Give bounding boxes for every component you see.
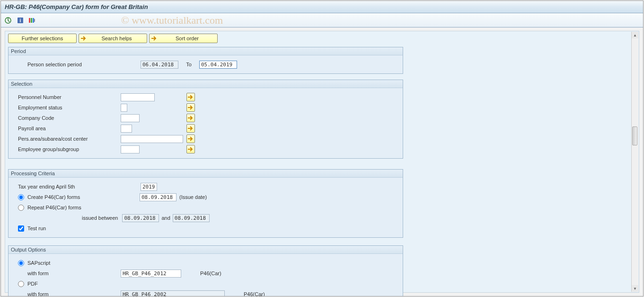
scroll-down-icon[interactable]: ▼ — [632, 285, 638, 292]
pdf-label: PDF — [27, 281, 38, 287]
variant-icon[interactable] — [28, 16, 37, 25]
button-label: Search helps — [90, 36, 143, 41]
employment-status-label: Employment status — [13, 105, 120, 110]
multi-select-button[interactable] — [186, 103, 195, 112]
multi-select-button[interactable] — [186, 135, 195, 143]
multi-select-button[interactable] — [186, 93, 195, 101]
form2-suffix: P46(Car) — [244, 291, 265, 296]
and-label: and — [161, 215, 170, 221]
employment-status-input[interactable] — [121, 104, 127, 112]
execute-icon[interactable] — [4, 16, 12, 25]
create-date-input[interactable] — [140, 193, 176, 201]
svg-rect-4 — [31, 18, 32, 23]
svg-text:i: i — [20, 18, 21, 23]
info-icon[interactable]: i — [16, 16, 25, 25]
svg-rect-3 — [29, 18, 30, 23]
sapscript-form-input[interactable] — [121, 270, 181, 278]
group-title: Selection — [9, 80, 403, 88]
group-title: Period — [9, 47, 403, 55]
sapscript-radio[interactable] — [18, 260, 24, 266]
payroll-area-input[interactable] — [121, 125, 132, 133]
form1-suffix: P46(Car) — [200, 270, 221, 276]
action-button-row: Further selections Search helps Sort ord… — [5, 31, 639, 47]
group-title: Processing Criteria — [9, 170, 403, 178]
scroll-handle[interactable] — [632, 126, 637, 145]
company-code-label: Company Code — [13, 115, 120, 121]
group-title: Output Options — [9, 246, 403, 254]
scroll-up-icon[interactable]: ▲ — [632, 32, 638, 38]
multi-select-button[interactable] — [186, 145, 195, 153]
company-code-input[interactable] — [121, 114, 140, 122]
personnel-number-input[interactable] — [121, 93, 155, 101]
vertical-scrollbar[interactable]: ▲ ▼ — [631, 32, 638, 292]
period-from-input[interactable] — [141, 61, 178, 69]
payroll-area-label: Payroll area — [13, 126, 120, 131]
repeat-label: Repeat P46(Car) forms — [27, 205, 81, 210]
create-label: Create P46(Car) forms — [27, 194, 125, 200]
tax-year-input[interactable] — [141, 183, 157, 191]
repeat-radio[interactable] — [18, 205, 24, 211]
issue-date-label: (Issue date) — [179, 194, 207, 200]
issued-between-label: issued between — [82, 215, 118, 221]
processing-group: Processing Criteria Tax year ending Apri… — [8, 169, 403, 238]
arrow-right-icon — [151, 35, 158, 42]
search-helps-button[interactable]: Search helps — [79, 34, 147, 43]
create-radio[interactable] — [18, 194, 24, 200]
tax-year-label: Tax year ending April 5th — [13, 184, 120, 189]
multi-select-button[interactable] — [186, 114, 195, 122]
employee-group-label: Employee group/subgroup — [13, 146, 120, 152]
test-run-checkbox[interactable] — [18, 225, 24, 232]
person-selection-label: Person selection period — [13, 62, 120, 67]
sapscript-label: SAPscript — [27, 260, 50, 266]
page-title: HR-GB: P46(Company Car) form for Great B… — [5, 3, 148, 10]
personnel-number-label: Personnel Number — [13, 94, 120, 100]
employee-group-input[interactable] — [121, 145, 140, 153]
period-group: Period Person selection period To — [8, 47, 403, 74]
multi-select-button[interactable] — [186, 124, 195, 133]
arrow-right-icon — [80, 35, 87, 42]
to-label: To — [179, 62, 198, 67]
sort-order-button[interactable]: Sort order — [149, 34, 218, 43]
with-form-label-2: with form — [13, 291, 120, 296]
further-selections-button[interactable]: Further selections — [8, 34, 77, 43]
selection-group: Selection Personnel Number Employment st… — [8, 80, 403, 159]
output-group: Output Options SAPscript with form P46(C… — [8, 245, 403, 296]
period-to-input[interactable] — [199, 61, 237, 69]
title-bar: HR-GB: P46(Company Car) form for Great B… — [1, 1, 643, 13]
with-form-label: with form — [13, 270, 120, 276]
pdf-radio[interactable] — [18, 281, 24, 287]
between-to-input[interactable] — [173, 214, 210, 222]
app-toolbar: i — [1, 13, 643, 27]
button-label: Sort order — [160, 36, 214, 41]
between-from-input[interactable] — [122, 214, 159, 222]
pdf-form-input[interactable] — [121, 290, 225, 297]
pers-area-input[interactable] — [121, 135, 183, 143]
svg-rect-5 — [33, 18, 34, 23]
pers-area-label: Pers.area/subarea/cost center — [13, 136, 120, 142]
test-run-label: Test run — [27, 225, 46, 231]
button-label: Further selections — [22, 36, 63, 41]
